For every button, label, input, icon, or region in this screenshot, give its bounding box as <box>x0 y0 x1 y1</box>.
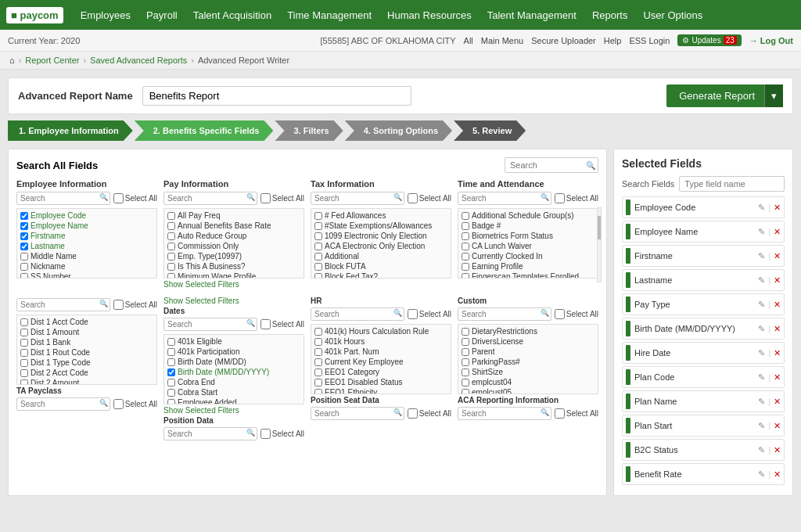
field-clocked-in[interactable]: Currently Clocked In <box>460 251 596 261</box>
field-emplcust05[interactable]: emplcust05 <box>460 387 596 394</box>
field-add-schedule[interactable]: Additional Schedule Group(s) <box>460 210 596 221</box>
edit-icon[interactable]: ✎ <box>758 203 765 213</box>
field-401k-part-num[interactable]: 401k Part. Num <box>313 347 449 357</box>
field-eeo1-cat[interactable]: EEO1 Category <box>313 367 449 377</box>
nav-reports[interactable]: Reports <box>584 0 636 30</box>
nav-user-options[interactable]: User Options <box>635 0 710 30</box>
field-lastname[interactable]: Lastname <box>19 241 155 251</box>
field-dist1-type[interactable]: Dist 1 Type Code <box>19 358 155 368</box>
search-all-fields-input[interactable] <box>505 157 598 173</box>
pos-search-input[interactable] <box>163 427 257 440</box>
field-employee-added[interactable]: Employee Added <box>166 397 302 404</box>
edit-icon[interactable]: ✎ <box>758 227 765 237</box>
field-parent[interactable]: Parent <box>460 347 596 357</box>
nav-talent-management[interactable]: Talent Management <box>480 0 584 30</box>
delete-icon[interactable]: ✕ <box>774 372 781 383</box>
field-earning-profile[interactable]: Earning Profile <box>460 261 596 271</box>
dd-search-input[interactable] <box>16 298 110 311</box>
edit-icon[interactable]: ✎ <box>758 348 765 358</box>
field-cobra-end[interactable]: Cobra End <box>166 377 302 387</box>
edit-icon[interactable]: ✎ <box>758 469 765 480</box>
field-parking[interactable]: ParkingPass# <box>460 357 596 367</box>
employee-select-all[interactable]: Select All <box>113 193 157 203</box>
ta-search-input[interactable] <box>16 397 110 411</box>
field-401k-eligible[interactable]: 401k Eligible <box>166 336 302 347</box>
delete-icon[interactable]: ✕ <box>774 445 781 455</box>
all-link[interactable]: All <box>464 36 473 45</box>
custom-select-all[interactable]: Select All <box>555 309 598 319</box>
edit-icon[interactable]: ✎ <box>758 324 765 334</box>
field-firstname[interactable]: Firstname <box>19 231 155 241</box>
field-shirt[interactable]: ShirtSize <box>460 367 596 377</box>
field-fingerscan[interactable]: Fingerscan Templates Enrolled <box>460 271 596 279</box>
field-dist1-amount[interactable]: Dist 1 Amount <box>19 327 155 337</box>
field-all-pay-freq[interactable]: All Pay Freq <box>166 210 302 221</box>
field-eeo1-disabled[interactable]: EEO1 Disabled Status <box>313 377 449 387</box>
tax-select-all[interactable]: Select All <box>408 193 451 203</box>
aca-search-input[interactable] <box>458 407 551 420</box>
dates-select-all[interactable]: Select All <box>260 319 304 329</box>
field-nickname[interactable]: Nickname <box>19 261 155 271</box>
field-ss-number[interactable]: SS Number <box>19 271 155 279</box>
pos-seat-select-all[interactable]: Select All <box>408 408 451 419</box>
edit-icon[interactable]: ✎ <box>758 275 765 286</box>
step-5[interactable]: 5. Review <box>454 120 526 141</box>
field-eeo1-ethnicity[interactable]: EEO1 Ethnicity <box>313 387 449 394</box>
employee-search-input[interactable] <box>16 192 110 205</box>
position-show-filters[interactable]: Show Selected Filters <box>163 406 304 415</box>
nav-employees[interactable]: Employees <box>73 0 138 30</box>
ess-login-link[interactable]: ESS Login <box>629 36 670 45</box>
field-cobra-start[interactable]: Cobra Start <box>166 387 302 397</box>
breadcrumb-report-center[interactable]: Report Center <box>25 56 79 65</box>
field-annual-benefits[interactable]: Annual Benefits Base Rate <box>166 221 302 231</box>
secure-uploader-link[interactable]: Secure Uploader <box>531 36 596 45</box>
edit-icon[interactable]: ✎ <box>758 372 765 383</box>
dates-search-input[interactable] <box>163 318 257 331</box>
field-dist2-acct[interactable]: Dist 2 Acct Code <box>19 368 155 378</box>
logout-button[interactable]: → Log Out <box>749 36 793 45</box>
edit-icon[interactable]: ✎ <box>758 421 765 431</box>
field-dist2-amount[interactable]: Dist 2 Amount <box>19 378 155 385</box>
step-1[interactable]: 1. Employee Information <box>8 120 133 141</box>
delete-icon[interactable]: ✕ <box>774 227 781 237</box>
field-min-wage[interactable]: Minimum Wage Profile <box>166 271 302 279</box>
step-4[interactable]: 4. Sorting Options <box>345 120 452 141</box>
delete-icon[interactable]: ✕ <box>774 324 781 334</box>
delete-icon[interactable]: ✕ <box>774 469 781 480</box>
field-is-business[interactable]: Is This A Business? <box>166 261 302 271</box>
search-fields-input[interactable] <box>679 176 785 192</box>
field-emp-type[interactable]: Emp. Type(10997) <box>166 251 302 261</box>
field-dist1-acct[interactable]: Dist 1 Acct Code <box>19 317 155 327</box>
nav-talent-acquisition[interactable]: Talent Acquisition <box>185 0 279 30</box>
field-badge[interactable]: Badge # <box>460 221 596 231</box>
breadcrumb-saved-reports[interactable]: Saved Advanced Reports <box>90 56 187 65</box>
field-dist1-rout[interactable]: Dist 1 Rout Code <box>19 347 155 358</box>
aca-select-all[interactable]: Select All <box>555 408 598 419</box>
field-employee-name[interactable]: Employee Name <box>19 221 155 231</box>
delete-icon[interactable]: ✕ <box>774 348 781 358</box>
edit-icon[interactable]: ✎ <box>758 251 765 261</box>
generate-dropdown-arrow[interactable]: ▾ <box>764 84 783 107</box>
generate-report-button[interactable]: Generate Report ▾ <box>666 84 783 107</box>
field-block-futa[interactable]: Block FUTA <box>313 261 449 271</box>
dd-select-all[interactable]: Select All <box>113 300 157 310</box>
field-state-exemptions[interactable]: #State Exemptions/Allowances <box>313 221 449 231</box>
report-name-input[interactable] <box>142 86 411 106</box>
field-block-fed-tax[interactable]: Block Fed Tax? <box>313 271 449 279</box>
pay-search-input[interactable] <box>163 192 257 205</box>
field-aca-election[interactable]: ACA Electronic Only Election <box>313 241 449 251</box>
field-employee-code[interactable]: Employee Code <box>19 210 155 221</box>
custom-search-input[interactable] <box>458 307 551 321</box>
field-dietary[interactable]: DietaryRestrictions <box>460 326 596 336</box>
edit-icon[interactable]: ✎ <box>758 300 765 310</box>
pos-select-all[interactable]: Select All <box>260 429 304 439</box>
field-current-key[interactable]: Current Key Employee <box>313 357 449 367</box>
nav-payroll[interactable]: Payroll <box>138 0 185 30</box>
field-birth-mmdd[interactable]: Birth Date (MM/DD) <box>166 357 302 367</box>
pay-show-filters[interactable]: Show Selected Filters <box>163 280 304 289</box>
field-401k-hrs-calc[interactable]: 401(k) Hours Calculation Rule <box>313 326 449 336</box>
field-middle-name[interactable]: Middle Name <box>19 251 155 261</box>
time-search-input[interactable] <box>458 192 551 205</box>
hr-select-all[interactable]: Select All <box>408 309 451 319</box>
app-logo[interactable]: ■ paycom <box>6 7 63 23</box>
